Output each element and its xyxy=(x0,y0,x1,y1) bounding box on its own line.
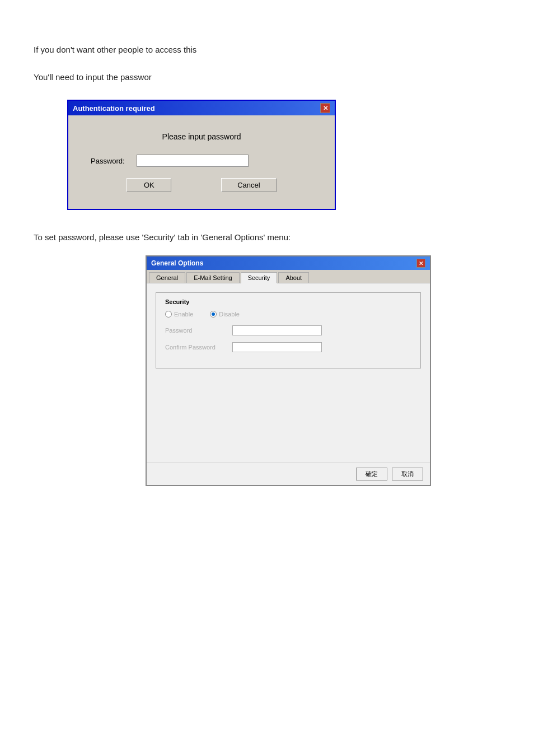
auth-password-row: Password: xyxy=(85,155,318,167)
go-titlebar: General Options ✕ xyxy=(147,256,430,270)
enable-label-text: Enable xyxy=(174,311,193,318)
auth-close-button[interactable]: ✕ xyxy=(320,103,330,113)
security-group-title: Security xyxy=(165,298,411,305)
auth-ok-button[interactable]: OK xyxy=(127,178,171,192)
go-title: General Options xyxy=(151,259,203,267)
enable-radio-label[interactable]: Enable xyxy=(165,311,193,318)
auth-buttons: OK Cancel xyxy=(85,178,318,192)
go-cancel-button[interactable]: 取消 xyxy=(392,468,423,480)
go-ok-button[interactable]: 確定 xyxy=(356,468,387,480)
tab-email-setting[interactable]: E-Mail Setting xyxy=(186,272,239,283)
auth-prompt: Please input password xyxy=(85,132,318,141)
auth-cancel-button[interactable]: Cancel xyxy=(221,178,276,192)
go-tabs: General E-Mail Setting Security About xyxy=(147,270,430,283)
go-confirm-password-input[interactable] xyxy=(232,342,322,352)
section-desc: To set password, please use 'Security' t… xyxy=(34,232,500,242)
go-password-row: Password xyxy=(165,325,411,335)
go-close-button[interactable]: ✕ xyxy=(416,259,425,268)
go-body: Security Enable Disable Password Confirm… xyxy=(147,283,430,463)
disable-radio-label[interactable]: Disable xyxy=(210,311,240,318)
enable-radio-dot xyxy=(165,311,172,318)
intro-line2: You'll need to input the passwor xyxy=(34,72,500,82)
security-radio-row: Enable Disable xyxy=(165,311,411,318)
disable-radio-dot xyxy=(210,311,217,318)
auth-title: Authentication required xyxy=(73,104,155,113)
go-confirm-password-label: Confirm Password xyxy=(165,344,232,351)
tab-about[interactable]: About xyxy=(278,272,309,283)
disable-label-text: Disable xyxy=(219,311,240,318)
tab-security[interactable]: Security xyxy=(241,272,278,283)
go-footer: 確定 取消 xyxy=(147,463,430,485)
auth-titlebar: Authentication required ✕ xyxy=(68,101,335,115)
tab-general[interactable]: General xyxy=(149,272,185,283)
go-confirm-password-row: Confirm Password xyxy=(165,342,411,352)
general-options-dialog: General Options ✕ General E-Mail Setting… xyxy=(146,255,431,486)
go-password-input[interactable] xyxy=(232,325,322,335)
go-password-label: Password xyxy=(165,327,232,334)
auth-password-label: Password: xyxy=(91,157,130,165)
security-group: Security Enable Disable Password Confirm… xyxy=(156,292,421,368)
auth-dialog: Authentication required ✕ Please input p… xyxy=(67,100,336,210)
intro-line1: If you don't want other people to access… xyxy=(34,45,500,54)
auth-body: Please input password Password: OK Cance… xyxy=(68,115,335,209)
auth-password-input[interactable] xyxy=(137,155,249,167)
